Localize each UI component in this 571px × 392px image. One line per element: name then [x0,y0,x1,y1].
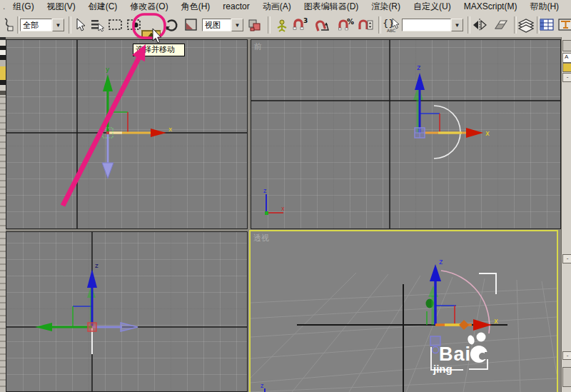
window-crossing-toggle-button[interactable] [126,16,143,34]
menu-modifiers[interactable]: 修改器(O) [123,1,174,13]
panel-widget-stub [562,367,571,387]
curve-editor-button[interactable] [538,16,555,34]
menu-group[interactable]: 组(G) [6,1,40,13]
layers-icon [517,17,534,33]
svg-text:x: x [281,206,285,212]
svg-text:z: z [263,188,266,194]
schematic-view-icon [557,18,571,32]
space-warp-icon [1,17,16,33]
svg-text:z: z [439,258,443,266]
selection-filter-value: 全部 [20,19,52,31]
menu-rendering[interactable]: 渲染(R) [365,1,407,13]
viewport-top-right[interactable]: 前 z x z [251,39,561,229]
object-color-swatch[interactable] [562,63,571,72]
manipulate-icon [274,17,290,33]
menu-reactor[interactable]: reactor [216,1,256,11]
svg-text:%: % [347,18,354,26]
viewport-perspective[interactable]: 透视 [249,230,558,392]
scale-icon [183,17,199,33]
named-selection-sets-value [402,19,451,31]
rotate-icon [163,17,179,33]
use-pivot-center-button[interactable] [246,16,263,34]
svg-text:x: x [494,317,498,325]
rollout-collapse-button[interactable]: - [562,351,571,360]
selection-region-icon [108,18,123,32]
snap-toggle-3d-button[interactable]: 3 [291,16,308,34]
perspective-gizmo: z x z [251,231,557,392]
mirror-icon [471,17,488,33]
spinner-snap-button[interactable] [357,16,374,34]
select-by-name-button[interactable] [89,16,106,34]
command-panel-cropped: A - - - [561,37,571,392]
keyboard-override-icon: {} ABC [382,16,400,34]
rollout-collapse-button[interactable]: - [562,73,571,82]
chevron-down-icon[interactable]: ▼ [52,19,64,31]
tooltip-select-and-move: 选择并移动 [133,44,185,56]
svg-text:z: z [417,64,420,71]
coord-system-value: 视图 [202,19,231,31]
chevron-down-icon[interactable]: ▼ [451,19,463,31]
menu-lead-dot: . [0,1,6,11]
mirror-button[interactable] [471,16,488,34]
selection-filter-dropdown[interactable]: 全部 ▼ [20,19,64,31]
left-view-gizmo: z [6,232,247,391]
align-button[interactable] [492,16,510,34]
spinner-snap-icon [357,17,374,33]
main-toolbar: 全部 ▼ [0,13,571,38]
create-tab-icon[interactable] [562,40,571,51]
percent-snap-icon: % [337,17,354,33]
select-object-button[interactable] [71,16,89,34]
window-crossing-icon [126,18,142,32]
left-cropped-panel-strip [0,37,6,392]
menu-customize[interactable]: 自定义(U) [407,1,458,13]
angle-snap-icon [314,17,331,33]
menu-character[interactable]: 角色(H) [175,1,217,13]
select-and-manipulate-button[interactable] [273,16,290,34]
menu-maxscript[interactable]: MAXScript(M) [458,1,524,11]
magnet-3-icon: 3 [291,17,308,33]
select-and-rotate-button[interactable] [163,16,180,34]
select-arrow-icon [74,18,86,32]
toolbar-separator [468,16,470,34]
top-left-gizmo: y x [6,40,247,228]
menu-views[interactable]: 视图(V) [41,1,82,13]
select-by-name-icon [90,18,104,32]
svg-text:x: x [485,129,490,137]
align-icon [492,17,510,33]
svg-text:z: z [95,262,98,269]
svg-text:z: z [261,383,263,389]
select-and-scale-button[interactable] [183,16,200,34]
menu-bar: . 组(G) 视图(V) 创建(C) 修改器(O) 角色(H) reactor … [0,0,571,13]
svg-text:3: 3 [303,17,308,24]
rollout-collapse-button[interactable]: - [562,254,571,263]
menu-help[interactable]: 帮助(H) [523,1,565,13]
menu-animation[interactable]: 动画(A) [256,1,298,13]
front-gizmo: z x z x [251,40,560,228]
bind-to-space-warp-button[interactable] [0,16,17,34]
menu-graph-editors[interactable]: 图表编辑器(D) [298,1,365,13]
table-grid-icon [539,18,555,32]
keyboard-shortcut-override-button[interactable]: {} ABC [381,16,401,34]
viewport-top-left[interactable]: y x [6,39,248,229]
named-selection-sets-dropdown[interactable]: ▼ [402,19,463,31]
chevron-down-icon[interactable]: ▼ [231,19,243,31]
svg-text:x: x [168,126,173,133]
reference-coordinate-dropdown[interactable]: 视图 ▼ [202,19,243,31]
svg-text:y: y [106,66,110,73]
layer-manager-button[interactable] [517,16,534,34]
baidu-watermark-text2: jing [433,363,453,375]
object-name-field[interactable]: A [562,53,571,63]
pivot-center-icon [247,17,263,33]
toolbar-separator [268,16,271,34]
viewport-area: y x 前 [6,37,561,392]
angle-snap-button[interactable] [314,16,331,34]
menu-create[interactable]: 创建(C) [82,1,124,13]
viewport-bottom-left[interactable]: z [6,231,248,392]
percent-snap-button[interactable]: % [337,16,354,34]
rectangular-selection-region-button[interactable] [107,16,124,34]
svg-text:ABC: ABC [387,28,395,33]
schematic-view-button[interactable] [557,16,571,34]
